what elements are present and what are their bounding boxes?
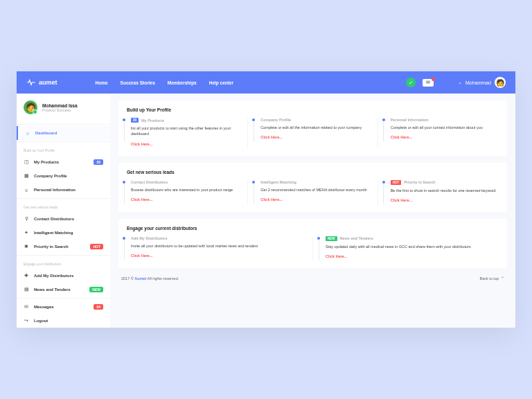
- profile-role: Product Success: [42, 108, 78, 112]
- chevron-down-icon: ⌄: [458, 80, 462, 85]
- card-link[interactable]: Click Here...: [131, 197, 239, 202]
- sidebar-item-label: Dashboard: [35, 131, 103, 135]
- profile-avatar: 🧑: [24, 100, 37, 114]
- profile-box: 🧑 Mohammad Issa Product Success: [17, 94, 110, 123]
- plus-icon: ✚: [24, 273, 29, 278]
- user-name: Mohammad: [466, 80, 491, 85]
- mail-icon[interactable]: ✉: [423, 79, 434, 87]
- main-content: Build up Your Profile20My Productslist a…: [110, 94, 515, 328]
- card: Company ProfileComplete or edit all the …: [248, 118, 378, 149]
- sidebar-item-label: Personal Information: [34, 188, 103, 192]
- sidebar-item-contact-distributors[interactable]: ⚲ Contact Distributors: [17, 212, 110, 226]
- card-link[interactable]: Click Here...: [131, 254, 304, 258]
- section: Build up Your Profile20My Productslist a…: [118, 100, 507, 156]
- sidebar-item-logout[interactable]: ↪ Logout: [17, 314, 110, 328]
- search-icon: ⚲: [24, 216, 29, 222]
- timeline-dot-icon: [123, 237, 125, 240]
- card-row: 20My Productslist all your products to s…: [118, 118, 507, 156]
- sidebar-item-personal-info[interactable]: ☺ Personal Information: [17, 183, 110, 197]
- sidebar-item-label: Add My Distributors: [34, 274, 103, 278]
- chat-icon: ✉: [24, 304, 29, 310]
- card-row: Add My DistributorsInvite all your distr…: [118, 236, 507, 268]
- nav-help-center[interactable]: Help center: [209, 80, 233, 85]
- footer-year: 2017 ©: [121, 276, 134, 281]
- nav-success-stories[interactable]: Success Stories: [121, 80, 155, 85]
- card: Add My DistributorsInvite all your distr…: [118, 236, 313, 261]
- topbar: aumet Home Success Stories Memberships H…: [17, 71, 515, 94]
- card-link[interactable]: Click Here...: [391, 198, 499, 202]
- home-icon: ⌂: [25, 130, 30, 136]
- sidebar-item-label: Contact Distributors: [34, 217, 103, 221]
- back-to-top-label: Back to top: [479, 276, 499, 281]
- card: Personal InformationComplete or edit all…: [378, 118, 507, 149]
- card-description: Be the first to show in search results f…: [391, 188, 499, 193]
- building-icon: ▦: [24, 173, 29, 179]
- body: 🧑 Mohammad Issa Product Success ⌂ Dashbo…: [17, 94, 515, 328]
- card-row: Contact DistributorsBrowse distributors …: [118, 180, 507, 212]
- top-nav: Home Success Stories Memberships Help ce…: [96, 80, 407, 85]
- card-title: HOTPriority in Search: [391, 180, 499, 185]
- card-title: Add My Distributors: [131, 236, 304, 240]
- sidebar-item-label: Messages: [34, 305, 89, 309]
- card-description: Complete or edit all your contact inform…: [391, 125, 499, 130]
- card-title: Company Profile: [260, 118, 369, 122]
- user-menu[interactable]: ⌄ Mohammad 🧑: [458, 77, 506, 88]
- nav-memberships[interactable]: Memberships: [168, 80, 197, 85]
- section-title: Build up Your Profile: [118, 100, 507, 118]
- card-link[interactable]: Click Here...: [260, 135, 369, 139]
- section-title: Get new serious leads: [118, 163, 507, 180]
- footer-rights: All rights reserved.: [148, 276, 179, 281]
- doc-icon: ▤: [24, 287, 29, 292]
- status-icon[interactable]: ✓: [406, 78, 416, 87]
- sidebar-item-company-profile[interactable]: ▦ Company Profile: [17, 169, 110, 183]
- card-description: Browse distributors who are interested i…: [131, 187, 239, 193]
- new-badge: NEW: [89, 287, 103, 292]
- card-badge: NEW: [326, 236, 337, 241]
- avatar: 🧑: [495, 77, 506, 88]
- card-badge: HOT: [391, 180, 402, 185]
- card: Intelligent MatchingGet 2 recommended ma…: [248, 180, 378, 205]
- back-to-top[interactable]: Back to top ⌃: [479, 276, 504, 281]
- card-badge: 20: [131, 118, 139, 123]
- card: Contact DistributorsBrowse distributors …: [118, 180, 248, 205]
- chevron-up-icon: ⌃: [501, 276, 504, 281]
- card: 20My Productslist all your products to s…: [118, 118, 248, 149]
- timeline-dot-icon: [123, 118, 125, 121]
- app-window: aumet Home Success Stories Memberships H…: [17, 71, 515, 328]
- card-link[interactable]: Click Here...: [391, 135, 499, 139]
- card-description: list all your products to start using th…: [131, 125, 239, 137]
- sidebar-item-add-distributors[interactable]: ✚ Add My Distributors: [17, 269, 110, 283]
- logo[interactable]: aumet: [26, 78, 57, 87]
- card: NEWNews and TendersStay updated daily wi…: [313, 236, 507, 261]
- card-title: 20My Products: [131, 118, 239, 123]
- sidebar-item-intelligent-matching[interactable]: ✦ Intelligent Matching: [17, 226, 110, 240]
- sidebar-item-label: News and Tenders: [34, 287, 85, 292]
- card-description: Complete or edit all the information rel…: [260, 125, 369, 130]
- topbar-right: ✓ ✉ ⌄ Mohammad 🧑: [406, 77, 506, 88]
- count-badge: 04: [94, 304, 103, 310]
- section-title: Engage your current distributors: [118, 219, 507, 236]
- sidebar: 🧑 Mohammad Issa Product Success ⌂ Dashbo…: [17, 94, 110, 328]
- timeline-dot-icon: [252, 181, 255, 184]
- sidebar-item-my-products[interactable]: ◫ My Products 20: [17, 155, 110, 169]
- timeline-dot-icon: [123, 181, 125, 184]
- nav-home[interactable]: Home: [96, 80, 108, 85]
- sidebar-item-label: Intelligent Matching: [34, 231, 103, 235]
- brand-text: aumet: [39, 79, 57, 86]
- card-description: Get 2 recommended matches of MENA distri…: [260, 187, 369, 193]
- card-link[interactable]: Click Here...: [326, 254, 499, 258]
- sidebar-item-label: Logout: [34, 319, 103, 323]
- section: Get new serious leadsContact Distributor…: [118, 163, 507, 212]
- sidebar-item-news-tenders[interactable]: ▤ News and Tenders NEW: [17, 283, 110, 296]
- sidebar-item-messages[interactable]: ✉ Messages 04: [17, 300, 110, 314]
- card: HOTPriority in SearchBe the first to sho…: [378, 180, 507, 205]
- star-icon: ✱: [24, 244, 29, 249]
- sidebar-item-priority-search[interactable]: ✱ Priority in Search HOT: [17, 240, 110, 254]
- sidebar-item-dashboard[interactable]: ⌂ Dashboard: [17, 126, 110, 140]
- card-link[interactable]: Click Here...: [260, 197, 369, 202]
- bulb-icon: ✦: [24, 230, 29, 236]
- card-link[interactable]: Click Here...: [131, 142, 239, 146]
- timeline-dot-icon: [382, 181, 385, 184]
- sidebar-group-profile: Build up Your Profile: [17, 143, 110, 155]
- sidebar-item-label: Priority in Search: [34, 245, 85, 249]
